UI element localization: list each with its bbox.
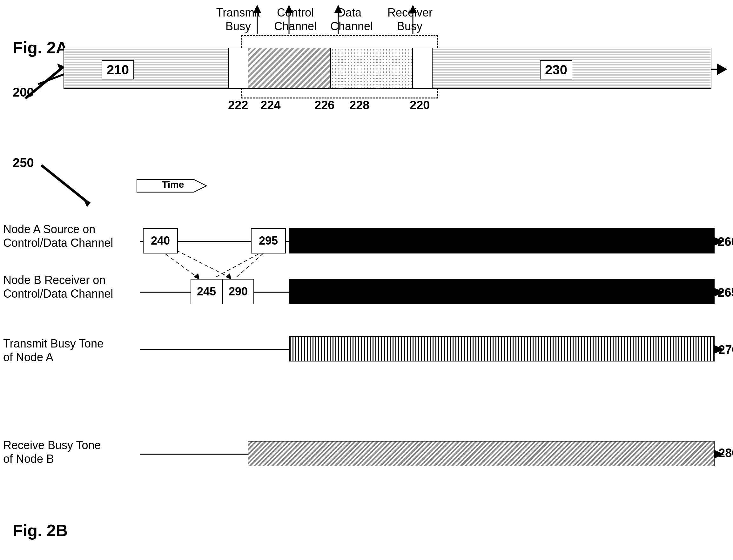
box-290: 290 [222, 279, 254, 304]
seg-210 [64, 48, 229, 89]
label-270: 270 [718, 343, 733, 357]
label-224: 224 [260, 98, 280, 112]
svg-marker-15 [84, 200, 91, 207]
label-220: 220 [410, 98, 430, 112]
svg-marker-25 [194, 273, 199, 280]
row-a-black [289, 228, 715, 253]
row-b-label: Node B Receiver onControl/Data Channel [3, 273, 133, 300]
row-c-hatch [289, 336, 715, 361]
row-c-label: Transmit Busy Toneof Node A [3, 337, 133, 364]
seg-gap-left [229, 48, 248, 89]
row-a-label: Node A Source onControl/Data Channel [3, 222, 133, 250]
label-265: 265 [718, 286, 733, 300]
label-200: 200 [13, 85, 34, 99]
row-d-label: Receive Busy Toneof Node B [3, 438, 133, 466]
row-d-hatch [248, 441, 715, 466]
label-transmit-busy: Transmit Busy [216, 6, 260, 33]
seg-230-label: 230 [540, 60, 572, 79]
box-245: 245 [191, 279, 222, 304]
svg-line-24 [160, 250, 197, 277]
time-arrow-container: Time [137, 176, 213, 197]
svg-marker-1 [717, 64, 727, 75]
seg-210-label: 210 [102, 60, 134, 79]
label-250: 250 [13, 156, 34, 170]
label-260: 260 [718, 235, 733, 249]
time-arrow-svg: Time [137, 176, 213, 195]
box-295: 295 [251, 228, 286, 253]
seg-gap-right [413, 48, 432, 89]
svg-line-26 [176, 250, 229, 277]
label-280: 280 [718, 446, 733, 460]
row-b-black [289, 279, 715, 304]
svg-line-28 [237, 250, 267, 277]
label-data-channel: Data Channel [330, 6, 368, 33]
seg-control [248, 48, 330, 89]
seg-data [330, 48, 413, 89]
diagram-container: Fig. 2A 200 Transmit Busy Control Channe… [0, 0, 733, 560]
label-control-channel: Control Channel [273, 6, 318, 33]
label-222: 222 [228, 98, 248, 112]
label-228: 228 [349, 98, 369, 112]
label-226: 226 [314, 98, 334, 112]
svg-line-14 [41, 165, 89, 203]
label-receiver-busy: Receiver Busy [387, 6, 432, 33]
svg-marker-27 [225, 273, 231, 280]
fig2a-label: Fig. 2A [13, 38, 68, 57]
svg-text:Time: Time [162, 179, 184, 190]
box-240: 240 [143, 228, 178, 253]
fig2b-label: Fig. 2B [13, 521, 68, 540]
svg-marker-5 [57, 64, 64, 71]
svg-line-30 [216, 250, 265, 277]
